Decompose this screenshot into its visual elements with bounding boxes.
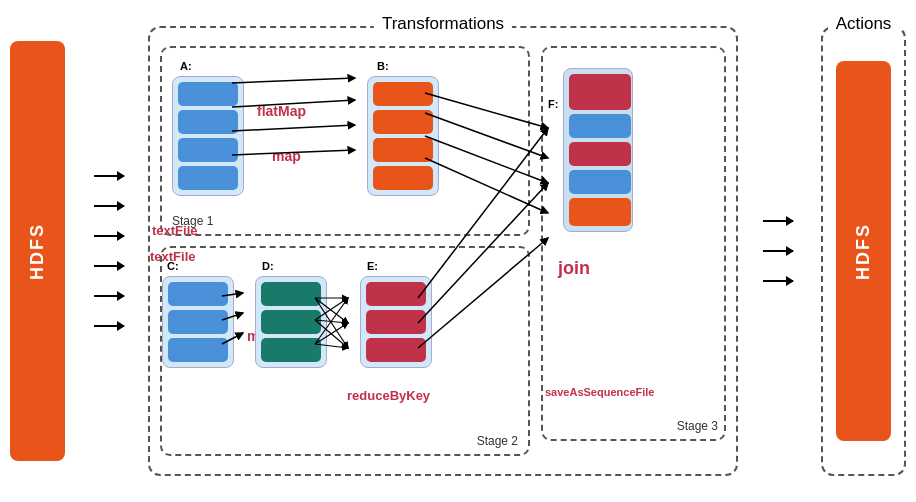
rdd-a-part4 (178, 166, 238, 190)
rdd-d-part1 (261, 282, 321, 306)
arrows-right-group (759, 220, 797, 282)
join-label: join (558, 258, 590, 279)
map-top-label: map (272, 148, 301, 164)
hdfs-right: HDFS (836, 61, 891, 441)
rdd-b-part2 (373, 110, 433, 134)
rdd-b-part3 (373, 138, 433, 162)
textfile-op-label: textFile (152, 223, 198, 238)
hdfs-right-label: HDFS (853, 223, 874, 280)
actions-section: Actions HDFS (821, 26, 906, 476)
rdd-e-part2 (366, 310, 426, 334)
rdd-c-container (162, 276, 234, 368)
stage1-box: Stage 1 A: flatMap map B: (160, 46, 530, 236)
arrow-2 (94, 205, 124, 207)
saveas-label: saveAsSequenceFile (545, 385, 695, 399)
arrow-r3 (763, 280, 793, 282)
rdd-f-container (563, 68, 633, 232)
stage3-box: Stage 3 F: join saveAsSequenceFile (541, 46, 726, 441)
stage2-label: Stage 2 (477, 434, 518, 448)
arrow-1 (94, 175, 124, 177)
rdd-a-part2 (178, 110, 238, 134)
arrow-5 (94, 295, 124, 297)
rdd-d-label: D: (262, 260, 274, 272)
arrows-left-group (90, 175, 128, 327)
actions-title: Actions (828, 14, 900, 34)
rdd-e-part3 (366, 338, 426, 362)
rdd-a-part3 (178, 138, 238, 162)
main-container: HDFS Transformations textFile Stage 1 A: (0, 0, 916, 502)
reducebykey-label: reduceByKey (347, 388, 430, 403)
rdd-b-label: B: (377, 60, 389, 72)
rdd-e-label: E: (367, 260, 378, 272)
stage3-label: Stage 3 (677, 419, 718, 433)
rdd-c-part2 (168, 310, 228, 334)
rdd-b-part4 (373, 166, 433, 190)
hdfs-left: HDFS (10, 41, 65, 461)
rdd-f-part4 (569, 170, 631, 194)
arrow-r2 (763, 250, 793, 252)
rdd-f-part1 (569, 74, 631, 110)
rdd-f-part5 (569, 198, 631, 226)
rdd-f-label: F: (548, 98, 558, 110)
rdd-c-part3 (168, 338, 228, 362)
rdd-c-label: C: (167, 260, 179, 272)
rdd-d-container (255, 276, 327, 368)
flatmap-label: flatMap (257, 103, 306, 119)
stage2-box: Stage 2 C: map D: (160, 246, 530, 456)
rdd-b-container (367, 76, 439, 196)
rdd-a-label: A: (180, 60, 192, 72)
arrow-3 (94, 235, 124, 237)
arrow-6 (94, 325, 124, 327)
rdd-c-part1 (168, 282, 228, 306)
arrow-r1 (763, 220, 793, 222)
rdd-f-part2 (569, 114, 631, 138)
transformations-section: Transformations textFile Stage 1 A: flat… (148, 26, 738, 476)
rdd-f-part3 (569, 142, 631, 166)
arrow-4 (94, 265, 124, 267)
rdd-a-container (172, 76, 244, 196)
rdd-e-container (360, 276, 432, 368)
rdd-e-part1 (366, 282, 426, 306)
rdd-d-part3 (261, 338, 321, 362)
transformations-title: Transformations (374, 14, 512, 34)
rdd-b-part1 (373, 82, 433, 106)
rdd-a-part1 (178, 82, 238, 106)
rdd-d-part2 (261, 310, 321, 334)
hdfs-left-label: HDFS (27, 223, 48, 280)
